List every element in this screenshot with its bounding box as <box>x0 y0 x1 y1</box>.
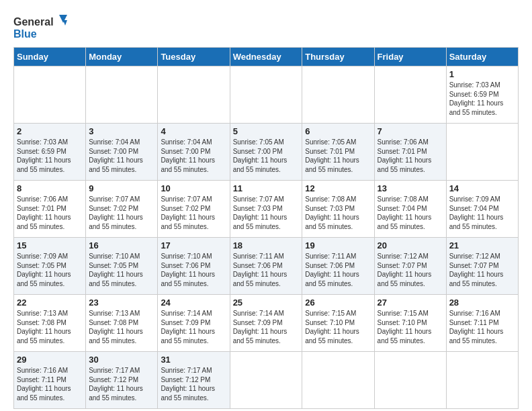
day-info: Sunrise: 7:14 AMSunset: 7:09 PMDaylight:… <box>161 309 226 345</box>
day-number: 4 <box>161 126 226 136</box>
day-info: Sunrise: 7:15 AMSunset: 7:10 PMDaylight:… <box>378 309 443 345</box>
day-number: 30 <box>89 355 154 365</box>
day-info: Sunrise: 7:11 AMSunset: 7:06 PMDaylight:… <box>233 252 300 288</box>
calendar-cell: 15Sunrise: 7:09 AMSunset: 7:05 PMDayligh… <box>14 238 86 295</box>
day-info: Sunrise: 7:05 AMSunset: 7:00 PMDaylight:… <box>233 138 300 174</box>
day-number: 23 <box>89 298 154 308</box>
day-number: 5 <box>233 126 300 136</box>
calendar-cell: 31Sunrise: 7:17 AMSunset: 7:12 PMDayligh… <box>158 352 230 409</box>
day-number: 28 <box>449 298 515 308</box>
day-number: 22 <box>17 298 83 308</box>
day-info: Sunrise: 7:12 AMSunset: 7:07 PMDaylight:… <box>449 252 515 288</box>
day-info: Sunrise: 7:13 AMSunset: 7:08 PMDaylight:… <box>89 309 154 345</box>
day-number: 16 <box>89 240 154 250</box>
calendar-cell: 7Sunrise: 7:06 AMSunset: 7:01 PMDaylight… <box>374 124 446 181</box>
calendar-cell <box>230 66 302 124</box>
day-number: 12 <box>305 183 371 193</box>
day-number: 21 <box>449 240 515 250</box>
calendar-cell: 14Sunrise: 7:09 AMSunset: 7:04 PMDayligh… <box>446 181 518 238</box>
day-number: 14 <box>449 183 515 193</box>
day-number: 31 <box>161 355 226 365</box>
calendar-cell <box>374 352 446 409</box>
calendar-cell: 25Sunrise: 7:14 AMSunset: 7:09 PMDayligh… <box>230 295 302 352</box>
calendar-cell: 29Sunrise: 7:16 AMSunset: 7:11 PMDayligh… <box>14 352 86 409</box>
day-number: 27 <box>378 298 443 308</box>
day-number: 3 <box>89 126 154 136</box>
day-info: Sunrise: 7:06 AMSunset: 7:01 PMDaylight:… <box>17 195 83 231</box>
calendar-cell: 10Sunrise: 7:07 AMSunset: 7:02 PMDayligh… <box>158 181 230 238</box>
logo-svg: General Blue <box>13 13 67 40</box>
calendar-cell <box>374 66 446 124</box>
day-info: Sunrise: 7:12 AMSunset: 7:07 PMDaylight:… <box>378 252 443 288</box>
calendar-cell: 9Sunrise: 7:07 AMSunset: 7:02 PMDaylight… <box>86 181 158 238</box>
logo: General Blue <box>13 13 67 40</box>
day-number: 2 <box>17 126 83 136</box>
day-info: Sunrise: 7:05 AMSunset: 7:01 PMDaylight:… <box>305 138 371 174</box>
day-info: Sunrise: 7:16 AMSunset: 7:11 PMDaylight:… <box>17 366 83 402</box>
header-monday: Monday <box>86 48 158 66</box>
day-number: 11 <box>233 183 300 193</box>
calendar-cell: 2Sunrise: 7:03 AMSunset: 6:59 PMDaylight… <box>14 124 86 181</box>
calendar-cell: 30Sunrise: 7:17 AMSunset: 7:12 PMDayligh… <box>86 352 158 409</box>
calendar-cell <box>86 66 158 124</box>
calendar-cell: 12Sunrise: 7:08 AMSunset: 7:03 PMDayligh… <box>302 181 374 238</box>
day-number: 18 <box>233 240 300 250</box>
day-number: 9 <box>89 183 154 193</box>
day-info: Sunrise: 7:14 AMSunset: 7:09 PMDaylight:… <box>233 309 300 345</box>
day-number: 6 <box>305 126 371 136</box>
calendar-cell: 8Sunrise: 7:06 AMSunset: 7:01 PMDaylight… <box>14 181 86 238</box>
day-info: Sunrise: 7:09 AMSunset: 7:04 PMDaylight:… <box>449 195 515 231</box>
day-number: 24 <box>161 298 226 308</box>
header-wednesday: Wednesday <box>230 48 302 66</box>
day-info: Sunrise: 7:10 AMSunset: 7:06 PMDaylight:… <box>161 252 226 288</box>
calendar-cell: 26Sunrise: 7:15 AMSunset: 7:10 PMDayligh… <box>302 295 374 352</box>
day-number: 1 <box>449 69 515 79</box>
day-info: Sunrise: 7:06 AMSunset: 7:01 PMDaylight:… <box>378 138 443 174</box>
svg-text:General: General <box>13 16 54 28</box>
day-number: 19 <box>305 240 371 250</box>
day-info: Sunrise: 7:04 AMSunset: 7:00 PMDaylight:… <box>89 138 154 174</box>
day-number: 17 <box>161 240 226 250</box>
calendar-cell: 27Sunrise: 7:15 AMSunset: 7:10 PMDayligh… <box>374 295 446 352</box>
day-info: Sunrise: 7:07 AMSunset: 7:02 PMDaylight:… <box>89 195 154 231</box>
calendar-week-row: 22Sunrise: 7:13 AMSunset: 7:08 PMDayligh… <box>14 295 519 352</box>
day-info: Sunrise: 7:07 AMSunset: 7:02 PMDaylight:… <box>161 195 226 231</box>
day-info: Sunrise: 7:11 AMSunset: 7:06 PMDaylight:… <box>305 252 371 288</box>
day-number: 7 <box>378 126 443 136</box>
calendar-cell: 17Sunrise: 7:10 AMSunset: 7:06 PMDayligh… <box>158 238 230 295</box>
day-info: Sunrise: 7:16 AMSunset: 7:11 PMDaylight:… <box>449 309 515 345</box>
day-info: Sunrise: 7:17 AMSunset: 7:12 PMDaylight:… <box>89 366 154 402</box>
svg-marker-3 <box>63 20 67 26</box>
calendar-cell: 23Sunrise: 7:13 AMSunset: 7:08 PMDayligh… <box>86 295 158 352</box>
header-thursday: Thursday <box>302 48 374 66</box>
calendar-cell <box>446 124 518 181</box>
calendar-cell <box>302 66 374 124</box>
day-info: Sunrise: 7:08 AMSunset: 7:04 PMDaylight:… <box>378 195 443 231</box>
header-saturday: Saturday <box>446 48 518 66</box>
day-info: Sunrise: 7:08 AMSunset: 7:03 PMDaylight:… <box>305 195 371 231</box>
calendar-week-row: 15Sunrise: 7:09 AMSunset: 7:05 PMDayligh… <box>14 238 519 295</box>
day-info: Sunrise: 7:13 AMSunset: 7:08 PMDaylight:… <box>17 309 83 345</box>
day-number: 8 <box>17 183 83 193</box>
header-friday: Friday <box>374 48 446 66</box>
calendar-cell <box>446 352 518 409</box>
day-info: Sunrise: 7:10 AMSunset: 7:05 PMDaylight:… <box>89 252 154 288</box>
calendar-cell: 13Sunrise: 7:08 AMSunset: 7:04 PMDayligh… <box>374 181 446 238</box>
calendar-week-row: 29Sunrise: 7:16 AMSunset: 7:11 PMDayligh… <box>14 352 519 409</box>
day-number: 26 <box>305 298 371 308</box>
calendar-cell: 3Sunrise: 7:04 AMSunset: 7:00 PMDaylight… <box>86 124 158 181</box>
calendar-cell <box>14 66 86 124</box>
calendar-cell: 4Sunrise: 7:04 AMSunset: 7:00 PMDaylight… <box>158 124 230 181</box>
calendar-cell: 19Sunrise: 7:11 AMSunset: 7:06 PMDayligh… <box>302 238 374 295</box>
day-info: Sunrise: 7:17 AMSunset: 7:12 PMDaylight:… <box>161 366 226 402</box>
calendar-cell: 21Sunrise: 7:12 AMSunset: 7:07 PMDayligh… <box>446 238 518 295</box>
day-info: Sunrise: 7:03 AMSunset: 6:59 PMDaylight:… <box>449 81 515 117</box>
day-number: 13 <box>378 183 443 193</box>
calendar-cell <box>230 352 302 409</box>
calendar-week-row: 8Sunrise: 7:06 AMSunset: 7:01 PMDaylight… <box>14 181 519 238</box>
day-number: 15 <box>17 240 83 250</box>
calendar-week-row: 2Sunrise: 7:03 AMSunset: 6:59 PMDaylight… <box>14 124 519 181</box>
calendar-header-row: SundayMondayTuesdayWednesdayThursdayFrid… <box>14 48 519 66</box>
calendar-cell: 24Sunrise: 7:14 AMSunset: 7:09 PMDayligh… <box>158 295 230 352</box>
calendar-cell: 28Sunrise: 7:16 AMSunset: 7:11 PMDayligh… <box>446 295 518 352</box>
